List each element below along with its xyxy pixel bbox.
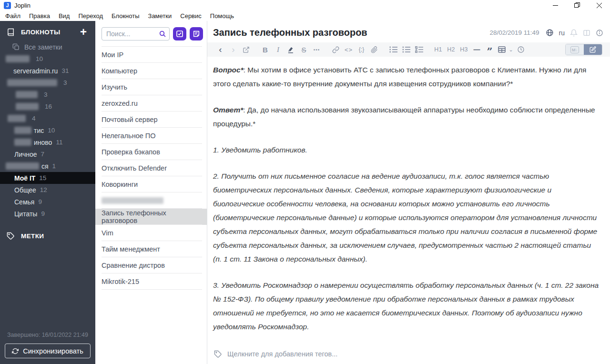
note-count: 11 [56, 139, 62, 146]
menu-notebooks[interactable]: Блокноты [107, 12, 143, 20]
menu-tools[interactable]: Сервис [176, 12, 206, 20]
code-block-button[interactable]: {;} [355, 42, 368, 57]
heading2-button[interactable]: H2 [445, 42, 458, 57]
sidebar-item-label: serveradmin.ru [13, 67, 58, 75]
sidebar-item-all-notes[interactable]: Все заметки [0, 41, 95, 53]
external-edit-button[interactable] [240, 42, 253, 57]
numbered-list-button[interactable] [400, 42, 413, 57]
sync-status: Завершено: 16/01/2022 21:49 [0, 332, 95, 338]
sidebar-item-serveradmin[interactable]: serveradmin.ru 31 [0, 65, 95, 77]
sidebar-item-lichnoe[interactable]: Личное 7 [0, 148, 95, 160]
note-count: 3 [44, 91, 48, 98]
note-item-proverka-bekapov[interactable]: Проверка бэкапов [95, 144, 207, 160]
menu-notes[interactable]: Заметки [144, 12, 176, 20]
sidebar-item-moe-it[interactable]: Моё IT 15 [0, 172, 95, 184]
redacted-label [14, 127, 31, 134]
note-item-zeroxzed[interactable]: zeroxzed.ru [95, 95, 207, 111]
note-item-kompyuter[interactable]: Компьютер [95, 63, 207, 79]
synchronize-button[interactable]: Синхронизировать [5, 344, 91, 358]
sidebar-item-redacted[interactable]: 3 [0, 77, 95, 89]
sidebar-item-partially-redacted[interactable]: ся 1 [0, 160, 95, 172]
tag-icon [7, 232, 15, 240]
menu-view[interactable]: Вид [54, 12, 74, 20]
more-formats-button[interactable]: ••• [310, 42, 323, 57]
notelist-panel: Мои IP Компьютер Изучить zeroxzed.ru Поч… [95, 21, 207, 364]
minimize-button[interactable] [544, 0, 566, 10]
sync-icon [12, 348, 19, 354]
sidebar-item-citaty[interactable]: Цитаты 9 [0, 208, 95, 220]
spellcheck-locale[interactable]: ru [559, 29, 565, 37]
menu-go[interactable]: Переход [74, 12, 107, 20]
sidebar-item-redacted[interactable]: 10 [0, 53, 95, 65]
insert-table-button[interactable] [496, 42, 508, 57]
menu-edit[interactable]: Правка [25, 12, 54, 20]
redacted-label [16, 91, 38, 98]
insert-datetime-button[interactable] [514, 42, 527, 57]
strikethrough-button[interactable]: S [297, 42, 310, 57]
globe-icon[interactable] [546, 29, 554, 37]
toggle-todos-button[interactable] [173, 27, 186, 40]
horizontal-rule-button[interactable]: — [470, 42, 483, 57]
close-button[interactable] [588, 0, 610, 10]
hyperlink-button[interactable] [329, 42, 342, 57]
note-item-moi-ip[interactable]: Мои IP [95, 47, 207, 63]
close-icon [597, 3, 602, 8]
sidebar-item-redacted[interactable]: 4 [0, 112, 95, 124]
heading3-button[interactable]: H3 [458, 42, 470, 57]
note-item-zapis-telefonnyh-razgovorov[interactable]: Запись телефонных разговоров [95, 209, 207, 225]
sidebar-item-label: Личное [14, 151, 37, 158]
italic-button[interactable]: I [272, 42, 285, 57]
note-item-vim[interactable]: Vim [95, 225, 207, 241]
note-body: Вопрос*: Мы хотим в офисе установить АТС… [207, 57, 610, 346]
highlight-button[interactable] [285, 42, 297, 57]
notebooks-header-label: БЛОКНОТЫ [21, 29, 61, 36]
restore-button[interactable] [566, 0, 588, 10]
bulleted-list-button[interactable] [387, 42, 400, 57]
richtext-edit-button[interactable] [584, 44, 602, 55]
attach-file-button[interactable] [368, 42, 381, 57]
table-chevron-icon[interactable]: ⌄ [508, 42, 514, 57]
markdown-view-button[interactable]: M↓ [566, 44, 584, 55]
blockquote-button[interactable]: ” [483, 42, 496, 57]
bold-button[interactable]: B [259, 42, 272, 57]
note-item-kovorkingi[interactable]: Коворкинги [95, 176, 207, 192]
inline-code-button[interactable]: <> [342, 42, 355, 57]
sidebar-item-redacted[interactable]: 16 [0, 101, 95, 112]
toggle-notes-button[interactable] [190, 27, 203, 40]
tag-bar[interactable]: Щелкните для добавления тегов... [207, 346, 610, 364]
bell-icon[interactable] [570, 29, 578, 37]
menu-help[interactable]: Помощь [206, 12, 238, 20]
sidebar-item-redacted[interactable]: 3 [0, 89, 95, 101]
note-item-pochtovyy-server[interactable]: Почтовый сервер [95, 111, 207, 128]
note-count: 3 [63, 79, 67, 86]
note-item-taym-menedzhment[interactable]: Тайм менеджмент [95, 241, 207, 257]
sidebar-item-label: иново [34, 139, 52, 146]
note-item-sravnenie-distrov[interactable]: Сравнение дистров [95, 257, 207, 273]
paragraph-item-1: 1. Уведомить работников. [213, 143, 601, 157]
layout-columns-icon[interactable] [583, 29, 590, 37]
tags-header-label: МЕТКИ [21, 233, 44, 240]
note-item-otklyuchit-defender[interactable]: Отключить Defender [95, 160, 207, 176]
note-item-nelegalnoe-po[interactable]: Нелегальное ПО [95, 128, 207, 144]
sidebar-item-partially-redacted[interactable]: тис 10 [0, 124, 95, 136]
forward-button[interactable]: › [227, 42, 240, 57]
note-item-izuchit[interactable]: Изучить [95, 79, 207, 95]
sidebar-item-label: Семья [14, 198, 34, 206]
sidebar-item-obshchee[interactable]: Общее 12 [0, 184, 95, 196]
back-button[interactable]: ‹ [214, 42, 227, 57]
note-count: 16 [45, 103, 52, 110]
heading1-button[interactable]: H1 [432, 42, 445, 57]
info-icon[interactable] [596, 29, 603, 37]
new-notebook-button[interactable]: + [80, 28, 90, 36]
menu-file[interactable]: Файл [1, 12, 25, 20]
checkbox-list-button[interactable] [413, 42, 426, 57]
answer-label: Ответ* [213, 106, 243, 114]
answer-text: : Да, до начала использования звукозапис… [213, 106, 595, 128]
sidebar-item-partially-redacted[interactable]: иново 11 [0, 136, 95, 148]
note-item-redacted[interactable] [95, 192, 207, 209]
note-item-label: Проверка бэкапов [102, 148, 160, 156]
note-item-mikrotik-215[interactable]: Mikrotik-215 [95, 273, 207, 290]
checkbox-icon [176, 30, 183, 38]
note-title[interactable]: Запись телефонных разговоров [213, 27, 489, 38]
sidebar-item-semya[interactable]: Семья 9 [0, 196, 95, 208]
